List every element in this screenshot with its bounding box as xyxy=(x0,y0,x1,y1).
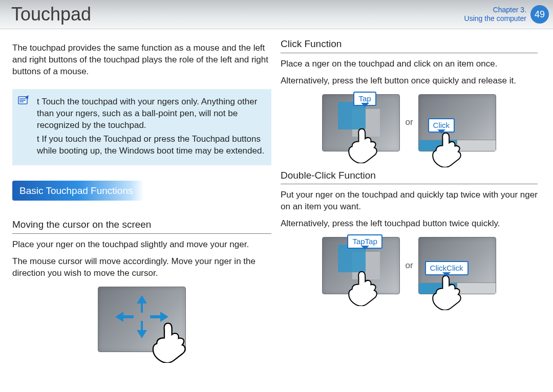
page-number-badge: 49 xyxy=(530,5,549,24)
touchpad-click-diagram: Click xyxy=(418,94,496,151)
hand-icon xyxy=(146,316,194,363)
subhead-doubleclick: Double-Click Function xyxy=(281,169,538,185)
chapter-line2: Using the computer xyxy=(464,14,526,23)
touchpad-taptap-diagram: TapTap xyxy=(322,237,400,294)
taptap-callout: TapTap xyxy=(347,234,382,249)
illustration-move xyxy=(12,287,271,352)
move-body-2: The mouse cursor will move accordingly. … xyxy=(12,256,271,279)
svg-marker-3 xyxy=(115,312,134,322)
page-title: Touchpad xyxy=(11,2,91,27)
illustration-doubleclick-row: TapTap or ClickClick xyxy=(281,237,538,294)
note-box: t Touch the touchpad with your ngers onl… xyxy=(12,89,271,165)
click-callout: Click xyxy=(428,118,455,133)
subhead-click: Click Function xyxy=(281,37,538,53)
click-body-1: Place a nger on the touchpad and click o… xyxy=(281,58,538,70)
note-bullet-2: t If you touch the Touchpad or press the… xyxy=(37,134,265,157)
touchpad-clickclick-diagram: ClickClick xyxy=(418,237,496,294)
touchpad-tap-diagram: Tap xyxy=(322,94,400,151)
svg-marker-2 xyxy=(137,321,147,338)
tap-callout: Tap xyxy=(353,92,376,106)
illustration-click-row: Tap or Click xyxy=(281,94,538,151)
hand-icon xyxy=(343,265,384,306)
dbl-body-2: Alternatively, press the left touchpad b… xyxy=(281,218,538,230)
note-bullet-1: t Touch the touchpad with your ngers onl… xyxy=(37,96,265,132)
touchpad-move-diagram xyxy=(98,287,186,352)
section-heading: Basic Touchpad Functions xyxy=(12,181,144,201)
click-body-2: Alternatively, press the left button onc… xyxy=(281,75,538,87)
clickclick-callout: ClickClick xyxy=(425,261,469,275)
dbl-body-1: Put your nger on the touchpad and quickl… xyxy=(281,189,538,213)
chapter-text: Chapter 3. Using the computer xyxy=(464,6,526,23)
or-label-2: or xyxy=(405,260,413,272)
intro-paragraph: The touchpad provides the same function … xyxy=(12,42,271,78)
chapter-line1: Chapter 3. xyxy=(464,6,526,14)
or-label-1: or xyxy=(405,117,413,128)
page-header: Touchpad Chapter 3. Using the computer 4… xyxy=(0,0,553,29)
chapter-block: Chapter 3. Using the computer 49 xyxy=(464,5,549,24)
right-column: Click Function Place a nger on the touch… xyxy=(279,37,545,352)
svg-marker-1 xyxy=(137,295,147,313)
move-body-1: Place your nger on the touchpad slightly… xyxy=(12,239,271,251)
note-icon xyxy=(17,95,30,110)
page-number: 49 xyxy=(535,8,545,20)
hand-icon xyxy=(343,122,384,163)
subhead-moving: Moving the cursor on the screen xyxy=(12,218,271,234)
left-column: The touchpad provides the same function … xyxy=(12,37,279,352)
